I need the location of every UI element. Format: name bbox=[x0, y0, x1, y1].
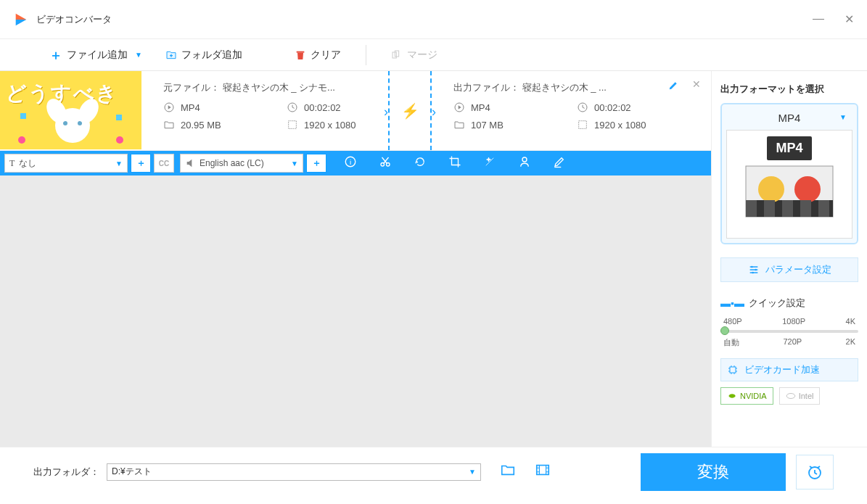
chevron-down-icon[interactable]: ▼ bbox=[135, 51, 142, 59]
nvidia-badge[interactable]: NVIDIA bbox=[720, 387, 773, 405]
format-card[interactable]: MP4 ▼ MP4 bbox=[720, 103, 858, 244]
svg-marker-19 bbox=[459, 105, 461, 109]
marker-icon: ▬▪▬ bbox=[720, 297, 744, 309]
output-title: 出力ファイル： 寝起きヤシの木 _ ... bbox=[453, 81, 704, 94]
svg-rect-4 bbox=[395, 51, 398, 57]
rotate-button[interactable] bbox=[414, 155, 427, 171]
src-duration: 00:02:02 bbox=[304, 102, 341, 113]
out-format: MP4 bbox=[471, 102, 490, 113]
svg-marker-15 bbox=[168, 105, 171, 109]
convert-button[interactable]: 変換 bbox=[641, 453, 786, 491]
clock-icon bbox=[287, 102, 298, 113]
svg-point-38 bbox=[752, 272, 754, 274]
minimize-button[interactable]: — bbox=[813, 12, 824, 26]
src-resolution: 1920 x 1080 bbox=[304, 120, 356, 131]
audio-dropdown[interactable]: English aac (LC) ▼ bbox=[180, 154, 303, 173]
remove-file-button[interactable]: ✕ bbox=[692, 78, 701, 90]
subtitle-dropdown[interactable]: T なし ▼ bbox=[4, 154, 128, 173]
svg-point-29 bbox=[758, 176, 784, 202]
conversion-arrow: › ⚡ › bbox=[388, 71, 432, 150]
cut-button[interactable] bbox=[379, 155, 392, 171]
trash-icon bbox=[295, 49, 306, 61]
file-meta: 元ファイル： 寝起きヤシの木 _ シナモ... MP4 00:02:02 20.… bbox=[141, 71, 711, 150]
svg-rect-35 bbox=[818, 200, 829, 217]
parameter-settings-button[interactable]: パラメータ設定 bbox=[720, 257, 858, 282]
schedule-button[interactable] bbox=[796, 455, 834, 489]
add-subtitle-button[interactable]: ＋ bbox=[131, 154, 151, 173]
add-file-button[interactable]: ＋ ファイル追加 ▼ bbox=[44, 44, 148, 67]
merge-button: マージ bbox=[385, 46, 443, 65]
resolution-slider[interactable]: 480P 1080P 4K 自動 720P 2K bbox=[720, 317, 858, 348]
svg-rect-12 bbox=[20, 113, 26, 119]
info-button[interactable]: i bbox=[344, 155, 357, 171]
speaker-icon bbox=[185, 157, 197, 169]
svg-marker-1 bbox=[16, 20, 27, 25]
svg-point-37 bbox=[755, 269, 757, 271]
thumbnail[interactable]: どうすべき bbox=[0, 71, 141, 149]
gpu-accel-button[interactable]: ビデオカード加速 bbox=[720, 358, 858, 381]
scale-auto: 自動 bbox=[723, 337, 739, 348]
output-folder-dropdown[interactable]: D:¥テスト ▼ bbox=[107, 463, 481, 481]
svg-rect-34 bbox=[800, 200, 811, 217]
sliders-icon bbox=[748, 264, 760, 276]
app-title: ビデオコンバータ bbox=[36, 13, 112, 26]
cc-button[interactable]: CC bbox=[154, 154, 174, 173]
effects-button[interactable] bbox=[483, 155, 496, 171]
clear-label: クリア bbox=[311, 49, 341, 62]
svg-rect-31 bbox=[746, 200, 757, 217]
chevron-down-icon: ▼ bbox=[469, 468, 476, 476]
bottom-bar: 出力フォルダ： D:¥テスト ▼ 変換 bbox=[0, 447, 867, 496]
clock-icon bbox=[577, 102, 588, 113]
file-row[interactable]: どうすべき 元ファイル： 寝起きヤシの木 _ シナモ... MP4 00:02:… bbox=[0, 71, 711, 151]
add-folder-label: フォルダ追加 bbox=[181, 49, 242, 62]
svg-rect-17 bbox=[289, 121, 297, 129]
watermark-button[interactable] bbox=[518, 155, 531, 171]
sidebar: 出力フォーマットを選択 MP4 ▼ MP4 パラメータ設定 ▬▪▬ クイ bbox=[711, 71, 867, 447]
quick-settings-title: ▬▪▬ クイック設定 bbox=[720, 297, 858, 310]
add-folder-button[interactable]: フォルダ追加 bbox=[160, 46, 248, 65]
scale-720p: 720P bbox=[783, 337, 802, 348]
open-folder-button[interactable] bbox=[500, 462, 516, 482]
slider-handle[interactable] bbox=[720, 326, 729, 335]
src-format: MP4 bbox=[181, 102, 200, 113]
svg-rect-33 bbox=[782, 200, 793, 217]
subtitle-value: なし bbox=[19, 157, 36, 170]
add-file-label: ファイル追加 bbox=[67, 49, 128, 62]
svg-point-30 bbox=[794, 176, 821, 202]
intel-badge[interactable]: Intel bbox=[779, 387, 821, 405]
nvidia-icon bbox=[727, 391, 737, 401]
format-dropdown[interactable]: MP4 ▼ bbox=[726, 109, 852, 127]
filmstrip-button[interactable] bbox=[535, 462, 551, 482]
toolbar-divider bbox=[366, 45, 366, 65]
folder-plus-icon bbox=[165, 49, 177, 61]
add-audio-button[interactable]: ＋ bbox=[306, 154, 326, 173]
svg-point-36 bbox=[751, 266, 753, 268]
chevron-down-icon: ▼ bbox=[291, 160, 298, 168]
app-logo-icon bbox=[13, 12, 29, 28]
toolbar: ＋ ファイル追加 ▼ フォルダ追加 クリア マージ bbox=[0, 39, 867, 71]
svg-point-40 bbox=[786, 394, 795, 399]
intel-icon bbox=[786, 391, 796, 401]
merge-icon bbox=[391, 49, 403, 61]
subtitle-edit-button[interactable] bbox=[553, 155, 566, 171]
edit-button[interactable] bbox=[667, 80, 679, 94]
svg-rect-39 bbox=[730, 367, 736, 373]
svg-rect-21 bbox=[579, 121, 587, 129]
alarm-icon bbox=[806, 463, 823, 481]
format-icon bbox=[163, 102, 175, 113]
svg-point-10 bbox=[18, 136, 25, 144]
chevron-down-icon: ▼ bbox=[115, 160, 123, 168]
scale-4k: 4K bbox=[846, 317, 855, 326]
crop-button[interactable] bbox=[448, 155, 461, 171]
output-folder-label: 出力フォルダ： bbox=[33, 466, 99, 479]
folder-icon bbox=[163, 119, 175, 131]
svg-rect-13 bbox=[116, 115, 122, 120]
svg-rect-41 bbox=[537, 466, 549, 475]
merge-label: マージ bbox=[407, 49, 437, 62]
close-button[interactable]: ✕ bbox=[845, 12, 854, 26]
clear-button[interactable]: クリア bbox=[289, 46, 347, 65]
output-folder-value: D:¥テスト bbox=[112, 466, 152, 478]
text-icon: T bbox=[9, 158, 15, 169]
scale-2k: 2K bbox=[846, 337, 855, 348]
audio-value: English aac (LC) bbox=[200, 158, 264, 168]
